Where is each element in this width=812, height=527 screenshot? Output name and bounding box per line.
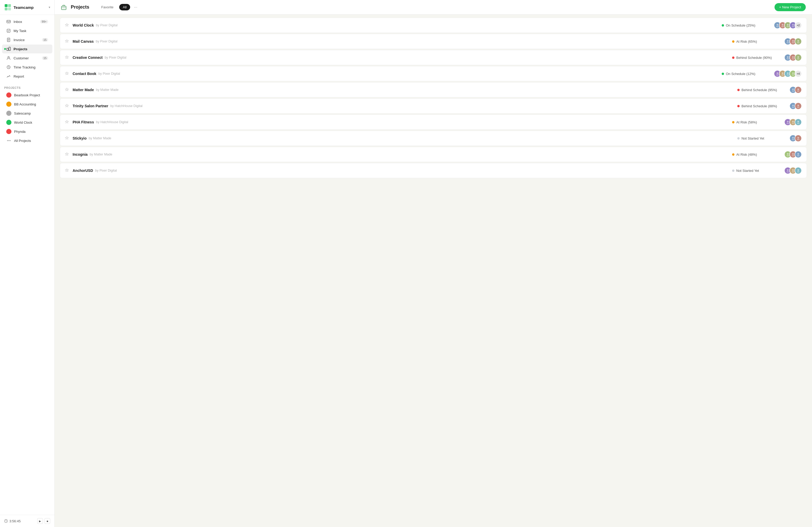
project-title: Trinity Salon Partner [73,104,108,108]
project-list: World Clockby Pixer DigitalOn Schedule (… [55,15,812,527]
project-row[interactable]: Trinity Salon Partnerby HatchHouse Digit… [60,98,807,114]
customer-label: Customer [14,56,42,60]
svg-point-42 [782,72,783,74]
project-row[interactable]: AnchorUSDby Pixer DigitalNot Started Yet [60,163,807,178]
project-status: At Risk (65%) [732,40,784,43]
brand-name: Teamcamp [14,5,49,10]
project-title: Mail Canvas [73,39,94,43]
star-icon[interactable] [65,88,69,92]
avatar [795,54,802,61]
play-button[interactable]: ▶ [37,518,43,524]
star-icon[interactable] [65,120,69,124]
star-icon[interactable] [65,55,69,60]
status-dot [732,121,735,124]
svg-point-33 [797,42,799,43]
project-item-bearbook[interactable]: Bearbook Project [2,90,52,99]
inbox-label: Inbox [14,20,40,24]
svg-point-54 [797,105,799,106]
project-status: Behind Schedule (88%) [737,104,789,108]
project-title: PHA Fitness [73,120,94,124]
sidebar-item-my-task[interactable]: My Task [2,26,52,35]
project-status: Not Started Yet [732,169,784,173]
star-icon[interactable] [65,169,69,173]
project-title: Matter Made [73,88,94,92]
svg-point-38 [797,56,799,58]
world-clock-name: World Clock [14,120,32,125]
project-item-phynda[interactable]: Phynda [2,127,52,136]
sidebar-item-invoice[interactable]: Invoice 15 [2,35,52,44]
bearbook-icon [6,92,12,98]
star-icon[interactable] [65,136,69,140]
svg-point-60 [797,121,799,123]
project-row[interactable]: Matter Madeby Matter MadeBehind Schedule… [60,82,807,97]
svg-point-28 [787,40,788,42]
bb-accounting-icon [6,102,12,107]
project-row[interactable]: World Clockby Pixer DigitalOn Schedule (… [60,18,807,33]
project-row[interactable]: Stickyioby Matter MadeNot Started Yet [60,131,807,146]
avatar-group [784,151,802,158]
project-row[interactable]: Incogniaby Matter MadeAt Risk (48%) [60,147,807,162]
svg-point-72 [787,169,788,171]
avatar [795,151,802,158]
svg-point-50 [797,88,799,90]
svg-point-27 [792,26,794,27]
project-item-world-clock[interactable]: World Clock [2,118,52,127]
project-row[interactable]: Mail Canvasby Pixer DigitalAt Risk (65%) [60,34,807,49]
project-by: by Matter Made [96,88,119,92]
svg-point-67 [786,155,789,156]
status-text: At Risk (65%) [736,40,757,43]
invoice-icon [6,38,11,42]
salescamp-icon [6,111,12,116]
salescamp-name: Salescamp [14,111,31,115]
project-by: by HatchHouse Digital [110,104,143,108]
svg-point-70 [797,153,799,155]
svg-point-43 [781,74,784,76]
tab-all[interactable]: All [119,4,130,11]
svg-rect-3 [8,8,11,11]
svg-point-52 [792,105,794,106]
project-row[interactable]: Creative Connectby Pixer DigitalBehind S… [60,50,807,65]
avatar-group: +2 [774,22,802,29]
avatar-more: +4 [795,70,802,77]
brand-chevron[interactable]: ▾ [49,5,50,9]
project-item-bb-accounting[interactable]: BB Accounting [2,100,52,109]
avatar [795,118,802,126]
project-item-all-projects[interactable]: All Projects [2,136,52,145]
project-item-salescamp[interactable]: Salescamp [2,109,52,118]
svg-point-62 [792,137,794,139]
tab-more[interactable]: ··· [132,4,139,10]
avatar-group [789,102,802,110]
sidebar-item-report[interactable]: Report [2,72,52,81]
new-project-button[interactable]: + New Project [774,3,806,11]
avatar [795,134,802,142]
svg-point-56 [787,121,788,123]
status-dot [737,89,740,91]
main-content: Projects Favorite All ··· + New Project … [55,0,812,527]
svg-point-35 [786,58,789,60]
star-icon[interactable] [65,23,69,27]
project-status: On Schedule (12%) [722,72,774,76]
project-row[interactable]: PHA Fitnessby HatchHouse DigitalAt Risk … [60,115,807,130]
stop-button[interactable]: ■ [44,518,50,524]
star-icon[interactable] [65,72,69,76]
sidebar-item-projects[interactable]: Projects [2,44,52,53]
project-info: Trinity Salon Partnerby HatchHouse Digit… [73,104,737,108]
status-text: Behind Schedule (90%) [736,56,772,60]
svg-point-76 [797,169,799,171]
project-title: Contact Book [73,72,96,76]
sidebar-item-customer[interactable]: Customer 15 [2,54,52,62]
star-icon[interactable] [65,152,69,156]
star-icon[interactable] [65,39,69,43]
status-text: At Risk (48%) [736,153,757,156]
project-info: Contact Bookby Pixer Digital [73,72,722,76]
project-info: Incogniaby Matter Made [73,152,732,156]
svg-point-53 [792,106,794,108]
sidebar-item-inbox[interactable]: Inbox 99+ [2,17,52,26]
project-info: Mail Canvasby Pixer Digital [73,39,732,43]
project-row[interactable]: Contact Bookby Pixer DigitalOn Schedule … [60,66,807,81]
star-icon[interactable] [65,104,69,108]
sidebar-item-time-tracking[interactable]: Time Tracking [2,63,52,72]
svg-point-15 [7,140,8,141]
tab-favorite[interactable]: Favorite [98,4,117,11]
svg-point-57 [786,123,789,124]
